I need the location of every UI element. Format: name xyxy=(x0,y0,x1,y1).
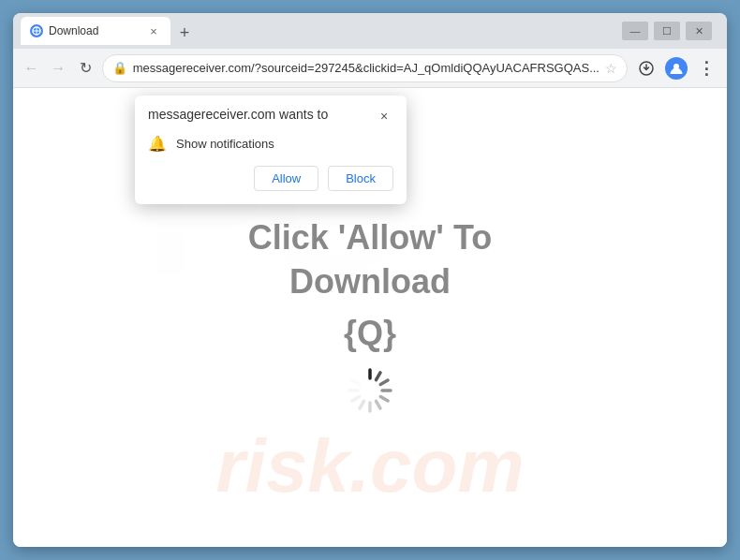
nav-bar: ← → ↻ 🔒 messagereceiver.com/?sourceid=29… xyxy=(13,49,727,88)
nav-right-icons: ⋮ xyxy=(633,55,719,81)
maximize-button[interactable]: ☐ xyxy=(654,22,680,40)
svg-line-17 xyxy=(360,373,364,380)
browser-window: Download × + — ☐ ✕ ← → ↻ 🔒 messagereceiv… xyxy=(13,13,727,547)
window-controls: — ☐ ✕ xyxy=(622,22,712,40)
title-bar: Download × + — ☐ ✕ xyxy=(13,13,727,49)
notification-popup: messagereceiver.com wants to × 🔔 Show no… xyxy=(135,96,407,204)
svg-line-11 xyxy=(377,401,381,408)
forward-button[interactable]: → xyxy=(48,55,69,81)
svg-line-13 xyxy=(360,401,364,408)
popup-header: messagereceiver.com wants to × xyxy=(148,107,393,125)
new-tab-button[interactable]: + xyxy=(172,21,197,45)
block-button[interactable]: Block xyxy=(328,166,393,191)
back-button[interactable]: ← xyxy=(21,55,42,81)
allow-button[interactable]: Allow xyxy=(254,166,318,191)
popup-close-button[interactable]: × xyxy=(375,107,393,125)
svg-line-14 xyxy=(352,396,360,401)
tab-close-button[interactable]: × xyxy=(146,23,161,38)
bookmark-icon[interactable]: ☆ xyxy=(605,61,617,76)
popup-actions: Allow Block xyxy=(148,166,393,191)
code-text: {Q} xyxy=(344,314,396,353)
svg-line-7 xyxy=(377,373,381,380)
url-text: messagereceiver.com/?sourceid=297245&cli… xyxy=(133,61,599,75)
popup-body: 🔔 Show notifications xyxy=(148,135,393,153)
bell-icon: 🔔 xyxy=(148,135,167,153)
svg-line-10 xyxy=(380,396,388,401)
main-line2: Download xyxy=(248,260,492,304)
popup-notification-label: Show notifications xyxy=(176,137,274,151)
profile-avatar xyxy=(665,57,688,80)
tabs-area: Download × + xyxy=(21,17,618,45)
menu-button[interactable]: ⋮ xyxy=(693,55,719,81)
page-content: PC risk.com Click 'Allow' To Download {Q… xyxy=(13,88,727,547)
tab-title: Download xyxy=(49,24,141,37)
loading-spinner xyxy=(342,362,398,419)
profile-button[interactable] xyxy=(663,55,689,81)
main-heading: Click 'Allow' To Download xyxy=(248,216,492,304)
popup-title: messagereceiver.com wants to xyxy=(148,107,328,122)
svg-line-16 xyxy=(352,380,360,385)
active-tab[interactable]: Download × xyxy=(21,17,170,45)
main-line1: Click 'Allow' To xyxy=(248,216,492,260)
tab-favicon xyxy=(30,24,43,37)
reload-button[interactable]: ↻ xyxy=(75,55,96,81)
download-icon-button[interactable] xyxy=(633,55,659,81)
minimize-button[interactable]: — xyxy=(622,22,648,40)
svg-line-8 xyxy=(380,380,388,385)
close-button[interactable]: ✕ xyxy=(686,22,712,40)
lock-icon: 🔒 xyxy=(112,61,127,75)
address-bar[interactable]: 🔒 messagereceiver.com/?sourceid=297245&c… xyxy=(102,54,628,82)
